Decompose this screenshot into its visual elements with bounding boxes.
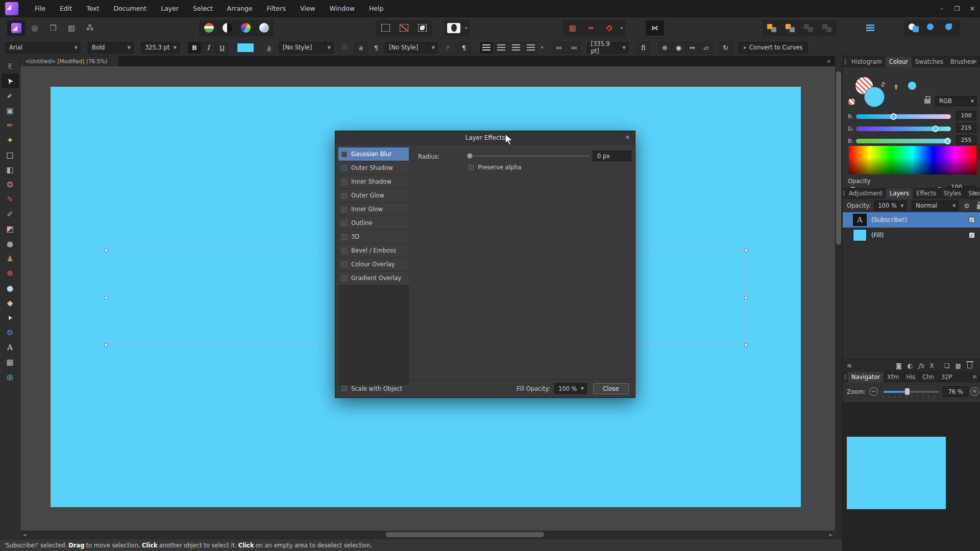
lock-icon[interactable] <box>924 99 930 104</box>
menu-document[interactable]: Document <box>106 0 154 17</box>
effect-checkbox[interactable] <box>341 234 347 240</box>
effect-item-inner-glow[interactable]: Inner Glow <box>338 203 409 216</box>
layer-opacity-select[interactable]: 100 %▼ <box>874 201 906 211</box>
alignment-caret[interactable]: ▾ <box>539 45 546 50</box>
move-in-selection-button[interactable]: ↔ <box>686 42 699 54</box>
auto-colour-button[interactable] <box>236 20 255 36</box>
gear-tool[interactable]: ⚙ <box>2 325 19 340</box>
move-to-back-button[interactable] <box>818 20 836 36</box>
menu-edit[interactable]: Edit <box>53 0 79 17</box>
underline-button[interactable]: U <box>215 42 229 54</box>
fill-colour-well[interactable] <box>864 87 885 107</box>
character-style-select[interactable]: [No Style]▼ <box>279 42 334 54</box>
colour-mode-select[interactable]: RGB▼ <box>935 96 977 106</box>
tab-xfm[interactable]: Xfm <box>884 372 902 383</box>
eraser-tool[interactable]: ◩ <box>2 221 19 236</box>
pattern-icon[interactable]: ▩ <box>955 362 961 369</box>
marquee-tool[interactable]: □ <box>2 147 19 162</box>
blue-value[interactable]: 255 <box>956 135 976 145</box>
menu-text[interactable]: Text <box>79 0 106 17</box>
new-selection-button[interactable] <box>376 20 395 36</box>
scroll-right-icon[interactable]: ► <box>827 533 835 537</box>
clone-stamp-tool[interactable]: ♟ <box>2 251 19 266</box>
text-colour-swatch[interactable] <box>237 43 254 53</box>
effect-item-bevel-emboss[interactable]: Bevel / Emboss <box>338 244 409 257</box>
blend-options-gear-icon[interactable]: ⚙ <box>964 202 970 210</box>
zoom-out-button[interactable]: − <box>869 387 878 396</box>
convert-to-curves-button[interactable]: ▸ Convert to Curves <box>739 42 808 54</box>
blur-tool[interactable]: ● <box>2 281 19 295</box>
selection-handle-bottom-left[interactable] <box>104 343 108 347</box>
paint-brush-tool[interactable]: ✎ <box>2 192 19 207</box>
effect-checkbox[interactable] <box>341 207 347 212</box>
effect-item-colour-overlay[interactable]: Colour Overlay <box>338 258 409 271</box>
navigator-document-thumbnail[interactable] <box>847 437 946 509</box>
align-center-button[interactable] <box>495 42 508 54</box>
panel-menu-icon[interactable]: ≡ <box>972 190 977 196</box>
effect-checkbox[interactable] <box>341 165 347 171</box>
navigator-preview[interactable] <box>843 402 980 551</box>
snapping-caret[interactable]: ▾ <box>619 26 625 31</box>
snapping-button[interactable]: U <box>600 20 619 36</box>
align-justify-button[interactable] <box>524 42 537 54</box>
panel-menu-icon[interactable]: ≡ <box>972 58 977 65</box>
swap-colours-icon[interactable]: ⇄ <box>879 80 888 88</box>
auto-white-balance-button[interactable] <box>255 20 273 36</box>
colour-spectrum[interactable] <box>849 146 976 174</box>
effect-checkbox[interactable] <box>341 220 347 226</box>
move-to-front-button[interactable] <box>763 20 781 36</box>
menu-view[interactable]: View <box>293 0 323 17</box>
tab-effects[interactable]: Effects <box>913 188 940 199</box>
tab-colour[interactable]: Colour <box>886 57 912 67</box>
document-tab[interactable]: <Untitled> [Modified] (76.5%) <box>20 56 118 66</box>
pixel-grid-button[interactable]: ▦ <box>564 20 582 36</box>
group-folder-icon[interactable]: ❏ <box>944 362 950 369</box>
colour-picker-tool[interactable]: ✒ <box>2 88 19 103</box>
layer-row-subscribe[interactable]: A (Subscribe!) ✓ <box>843 212 980 228</box>
selection-handle-mid-right[interactable] <box>744 296 748 299</box>
close-button[interactable]: ✕ <box>965 0 980 17</box>
radius-value-field[interactable]: 0 px <box>593 151 631 161</box>
horizontal-scroll-track[interactable] <box>29 531 827 539</box>
tab-32p[interactable]: 32P <box>938 372 956 383</box>
mesh-warp-tool[interactable]: ▦ <box>2 355 19 369</box>
effect-checkbox[interactable] <box>341 276 347 281</box>
zoom-value-field[interactable]: 76 % <box>943 386 968 397</box>
blue-slider[interactable] <box>856 139 951 143</box>
effect-item-outer-shadow[interactable]: Outer Shadow <box>338 161 409 174</box>
selection-handle-mid-left[interactable] <box>104 296 108 299</box>
zoom-in-button[interactable]: + <box>970 387 979 396</box>
align-left-button[interactable] <box>480 42 493 54</box>
effect-checkbox[interactable] <box>341 179 347 185</box>
colour-replacement-brush-tool[interactable]: ✐ <box>2 207 19 221</box>
zoom-tool[interactable]: ◎ <box>2 369 19 384</box>
horizontal-scrollbar[interactable]: ◄ ► <box>20 531 835 539</box>
green-slider[interactable] <box>856 127 951 131</box>
tab-layers[interactable]: Layers <box>886 188 913 199</box>
node-tool[interactable]: ➤ <box>2 310 19 325</box>
geometry-intersect-button[interactable] <box>941 20 960 36</box>
geometry-subtract-button[interactable] <box>923 20 941 36</box>
green-slider-handle[interactable] <box>932 126 939 132</box>
effect-checkbox[interactable] <box>341 193 347 198</box>
view-close-icon[interactable]: ✕ <box>827 59 831 64</box>
menu-filters[interactable]: Filters <box>259 0 292 17</box>
italic-button[interactable]: I <box>202 42 215 54</box>
blend-mode-select[interactable]: Normal▼ <box>912 201 959 211</box>
effect-checkbox[interactable] <box>341 248 347 254</box>
effect-checkbox[interactable] <box>341 152 347 157</box>
layers-stack-icon[interactable]: ≋ <box>847 362 852 369</box>
green-value[interactable]: 215 <box>956 123 976 133</box>
smudge-tool[interactable]: ❁ <box>2 266 19 281</box>
picker-eyedropper-icon[interactable]: ✒ <box>891 84 900 91</box>
export-persona-button[interactable]: ⁂ <box>81 20 99 36</box>
minimize-button[interactable]: – <box>934 0 949 17</box>
effect-item-3d[interactable]: 3D <box>338 230 409 243</box>
red-value[interactable]: 100 <box>956 111 976 120</box>
dialog-close-icon[interactable]: ✕ <box>625 131 630 144</box>
tab-navigator[interactable]: Navigator <box>848 372 884 383</box>
assistant-button[interactable]: ⋈ <box>646 20 664 36</box>
effect-item-outer-glow[interactable]: Outer Glow <box>338 189 409 202</box>
red-slider-handle[interactable] <box>890 113 897 120</box>
zoom-slider[interactable] <box>884 391 940 393</box>
